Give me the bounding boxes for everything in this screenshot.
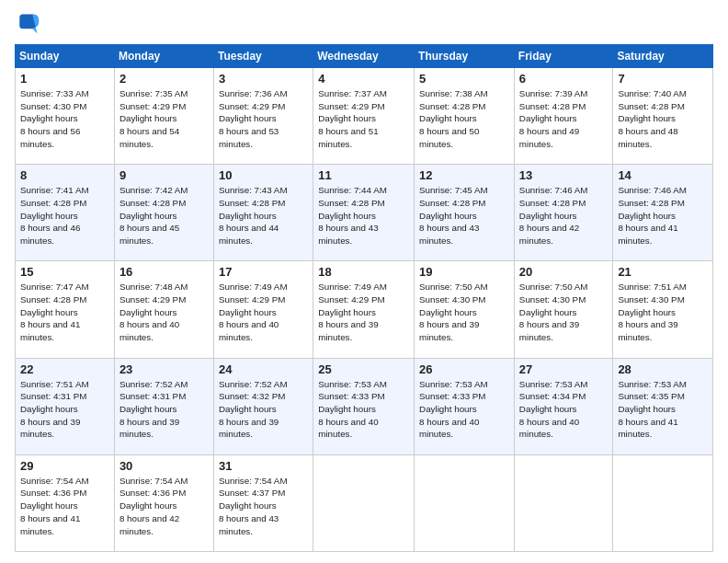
day-info: Sunrise: 7:47 AM Sunset: 4:28 PM Dayligh… bbox=[20, 281, 109, 344]
day-info: Sunrise: 7:41 AM Sunset: 4:28 PM Dayligh… bbox=[20, 184, 109, 247]
day-number: 5 bbox=[419, 72, 509, 86]
day-number: 21 bbox=[618, 265, 708, 279]
day-number: 30 bbox=[119, 459, 209, 473]
calendar-day-cell: 7 Sunrise: 7:40 AM Sunset: 4:28 PM Dayli… bbox=[613, 68, 713, 165]
calendar-day-cell: 3 Sunrise: 7:36 AM Sunset: 4:29 PM Dayli… bbox=[213, 68, 313, 165]
calendar-day-cell bbox=[415, 454, 515, 551]
day-number: 27 bbox=[519, 362, 609, 376]
weekday-header: Monday bbox=[114, 45, 213, 68]
header-row: SundayMondayTuesdayWednesdayThursdayFrid… bbox=[16, 45, 713, 68]
calendar-day-cell: 15 Sunrise: 7:47 AM Sunset: 4:28 PM Dayl… bbox=[16, 261, 115, 358]
day-info: Sunrise: 7:38 AM Sunset: 4:28 PM Dayligh… bbox=[419, 87, 509, 151]
calendar-week-row: 29 Sunrise: 7:54 AM Sunset: 4:36 PM Dayl… bbox=[16, 454, 713, 551]
calendar-day-cell: 8 Sunrise: 7:41 AM Sunset: 4:28 PM Dayli… bbox=[16, 165, 115, 261]
day-number: 2 bbox=[119, 72, 209, 86]
calendar-day-cell: 13 Sunrise: 7:46 AM Sunset: 4:28 PM Dayl… bbox=[514, 165, 613, 261]
day-number: 8 bbox=[20, 168, 109, 182]
day-number: 7 bbox=[618, 72, 708, 86]
day-info: Sunrise: 7:37 AM Sunset: 4:29 PM Dayligh… bbox=[318, 87, 409, 151]
day-info: Sunrise: 7:48 AM Sunset: 4:29 PM Dayligh… bbox=[119, 281, 209, 344]
calendar-day-cell: 25 Sunrise: 7:53 AM Sunset: 4:33 PM Dayl… bbox=[313, 358, 415, 454]
calendar-day-cell: 31 Sunrise: 7:54 AM Sunset: 4:37 PM Dayl… bbox=[213, 454, 313, 551]
day-number: 12 bbox=[419, 168, 509, 182]
day-info: Sunrise: 7:43 AM Sunset: 4:28 PM Dayligh… bbox=[219, 184, 308, 247]
day-info: Sunrise: 7:53 AM Sunset: 4:35 PM Dayligh… bbox=[618, 378, 708, 442]
day-number: 31 bbox=[219, 459, 308, 473]
weekday-header: Thursday bbox=[415, 45, 515, 68]
day-info: Sunrise: 7:52 AM Sunset: 4:31 PM Dayligh… bbox=[119, 378, 209, 442]
weekday-header: Sunday bbox=[16, 45, 115, 68]
calendar-week-row: 1 Sunrise: 7:33 AM Sunset: 4:30 PM Dayli… bbox=[16, 68, 713, 165]
calendar-day-cell: 24 Sunrise: 7:52 AM Sunset: 4:32 PM Dayl… bbox=[213, 358, 313, 454]
day-info: Sunrise: 7:40 AM Sunset: 4:28 PM Dayligh… bbox=[618, 87, 708, 151]
day-info: Sunrise: 7:35 AM Sunset: 4:29 PM Dayligh… bbox=[119, 87, 209, 151]
calendar-day-cell: 21 Sunrise: 7:51 AM Sunset: 4:30 PM Dayl… bbox=[613, 261, 713, 358]
calendar-day-cell: 16 Sunrise: 7:48 AM Sunset: 4:29 PM Dayl… bbox=[114, 261, 213, 358]
calendar-day-cell: 23 Sunrise: 7:52 AM Sunset: 4:31 PM Dayl… bbox=[114, 358, 213, 454]
calendar-day-cell: 6 Sunrise: 7:39 AM Sunset: 4:28 PM Dayli… bbox=[514, 68, 613, 165]
day-number: 26 bbox=[419, 362, 509, 376]
day-info: Sunrise: 7:53 AM Sunset: 4:33 PM Dayligh… bbox=[419, 378, 509, 442]
header bbox=[15, 11, 713, 37]
day-number: 4 bbox=[318, 72, 409, 86]
day-number: 14 bbox=[618, 168, 708, 182]
day-info: Sunrise: 7:54 AM Sunset: 4:36 PM Dayligh… bbox=[20, 475, 109, 538]
day-info: Sunrise: 7:45 AM Sunset: 4:28 PM Dayligh… bbox=[419, 184, 509, 247]
day-info: Sunrise: 7:46 AM Sunset: 4:28 PM Dayligh… bbox=[519, 184, 609, 247]
day-number: 23 bbox=[119, 362, 209, 376]
calendar-day-cell bbox=[613, 454, 713, 551]
day-info: Sunrise: 7:50 AM Sunset: 4:30 PM Dayligh… bbox=[419, 281, 509, 344]
day-number: 25 bbox=[318, 362, 409, 376]
logo-icon bbox=[15, 11, 40, 37]
day-info: Sunrise: 7:51 AM Sunset: 4:30 PM Dayligh… bbox=[618, 281, 708, 344]
logo bbox=[15, 11, 44, 37]
day-info: Sunrise: 7:44 AM Sunset: 4:28 PM Dayligh… bbox=[318, 184, 409, 247]
page: SundayMondayTuesdayWednesdayThursdayFrid… bbox=[0, 0, 728, 563]
day-info: Sunrise: 7:42 AM Sunset: 4:28 PM Dayligh… bbox=[119, 184, 209, 247]
calendar-day-cell: 26 Sunrise: 7:53 AM Sunset: 4:33 PM Dayl… bbox=[415, 358, 515, 454]
day-number: 6 bbox=[519, 72, 609, 86]
day-number: 18 bbox=[318, 265, 409, 279]
day-info: Sunrise: 7:54 AM Sunset: 4:36 PM Dayligh… bbox=[119, 475, 209, 538]
calendar-week-row: 8 Sunrise: 7:41 AM Sunset: 4:28 PM Dayli… bbox=[16, 165, 713, 261]
day-info: Sunrise: 7:33 AM Sunset: 4:30 PM Dayligh… bbox=[20, 87, 109, 151]
day-number: 10 bbox=[219, 168, 308, 182]
day-number: 29 bbox=[20, 459, 109, 473]
calendar-day-cell: 27 Sunrise: 7:53 AM Sunset: 4:34 PM Dayl… bbox=[514, 358, 613, 454]
day-number: 28 bbox=[618, 362, 708, 376]
day-info: Sunrise: 7:36 AM Sunset: 4:29 PM Dayligh… bbox=[219, 87, 308, 151]
calendar-day-cell: 18 Sunrise: 7:49 AM Sunset: 4:29 PM Dayl… bbox=[313, 261, 415, 358]
calendar-day-cell: 9 Sunrise: 7:42 AM Sunset: 4:28 PM Dayli… bbox=[114, 165, 213, 261]
day-info: Sunrise: 7:49 AM Sunset: 4:29 PM Dayligh… bbox=[318, 281, 409, 344]
day-info: Sunrise: 7:50 AM Sunset: 4:30 PM Dayligh… bbox=[519, 281, 609, 344]
day-number: 24 bbox=[219, 362, 308, 376]
day-info: Sunrise: 7:54 AM Sunset: 4:37 PM Dayligh… bbox=[219, 475, 308, 538]
calendar-day-cell: 29 Sunrise: 7:54 AM Sunset: 4:36 PM Dayl… bbox=[16, 454, 115, 551]
day-number: 11 bbox=[318, 168, 409, 182]
calendar-day-cell: 28 Sunrise: 7:53 AM Sunset: 4:35 PM Dayl… bbox=[613, 358, 713, 454]
calendar-table: SundayMondayTuesdayWednesdayThursdayFrid… bbox=[15, 44, 713, 552]
day-number: 20 bbox=[519, 265, 609, 279]
calendar-day-cell bbox=[514, 454, 613, 551]
weekday-header: Saturday bbox=[613, 45, 713, 68]
calendar-day-cell: 11 Sunrise: 7:44 AM Sunset: 4:28 PM Dayl… bbox=[313, 165, 415, 261]
weekday-header: Tuesday bbox=[213, 45, 313, 68]
day-number: 22 bbox=[20, 362, 109, 376]
day-number: 15 bbox=[20, 265, 109, 279]
day-info: Sunrise: 7:53 AM Sunset: 4:34 PM Dayligh… bbox=[519, 378, 609, 442]
day-number: 13 bbox=[519, 168, 609, 182]
day-info: Sunrise: 7:51 AM Sunset: 4:31 PM Dayligh… bbox=[20, 378, 109, 442]
calendar-day-cell: 22 Sunrise: 7:51 AM Sunset: 4:31 PM Dayl… bbox=[16, 358, 115, 454]
calendar-day-cell: 20 Sunrise: 7:50 AM Sunset: 4:30 PM Dayl… bbox=[514, 261, 613, 358]
day-info: Sunrise: 7:52 AM Sunset: 4:32 PM Dayligh… bbox=[219, 378, 308, 442]
calendar-day-cell: 2 Sunrise: 7:35 AM Sunset: 4:29 PM Dayli… bbox=[114, 68, 213, 165]
calendar-day-cell bbox=[313, 454, 415, 551]
calendar-day-cell: 10 Sunrise: 7:43 AM Sunset: 4:28 PM Dayl… bbox=[213, 165, 313, 261]
day-info: Sunrise: 7:39 AM Sunset: 4:28 PM Dayligh… bbox=[519, 87, 609, 151]
day-info: Sunrise: 7:53 AM Sunset: 4:33 PM Dayligh… bbox=[318, 378, 409, 442]
day-number: 9 bbox=[119, 168, 209, 182]
weekday-header: Friday bbox=[514, 45, 613, 68]
calendar-day-cell: 12 Sunrise: 7:45 AM Sunset: 4:28 PM Dayl… bbox=[415, 165, 515, 261]
day-number: 1 bbox=[20, 72, 109, 86]
day-info: Sunrise: 7:49 AM Sunset: 4:29 PM Dayligh… bbox=[219, 281, 308, 344]
